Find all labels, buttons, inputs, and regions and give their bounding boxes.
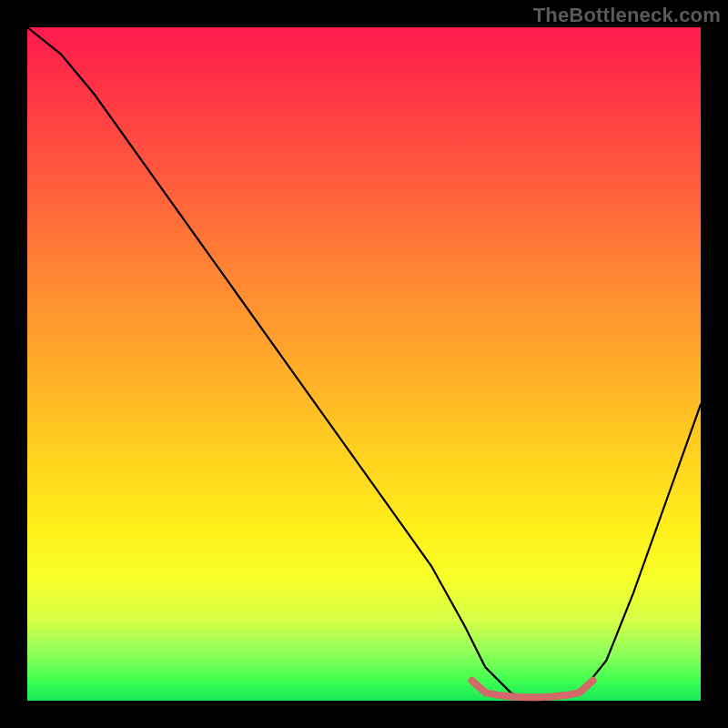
plot-area <box>27 27 701 701</box>
chart-frame: TheBottleneck.com <box>0 0 728 728</box>
watermark-text: TheBottleneck.com <box>533 4 721 27</box>
bottleneck-curve <box>27 27 701 697</box>
optimal-range <box>471 681 592 698</box>
curve-svg <box>27 27 701 701</box>
